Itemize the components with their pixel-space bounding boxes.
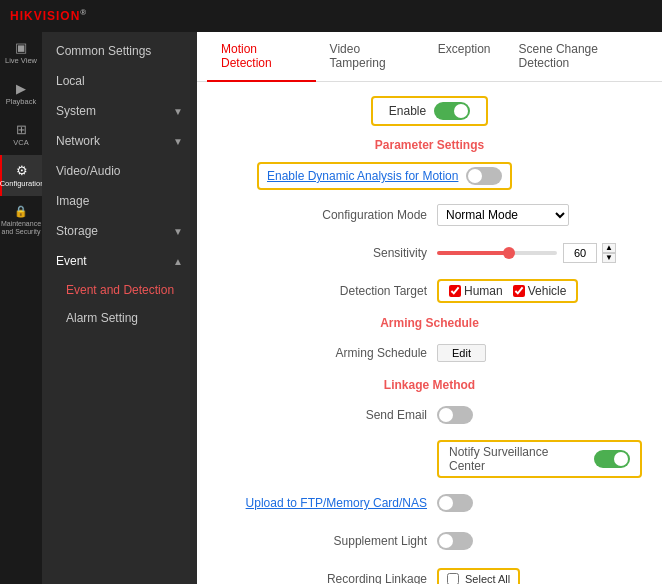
event-label: Event [56, 254, 87, 268]
nav-vca[interactable]: ⊞ VCA [0, 114, 42, 155]
human-checkbox[interactable] [449, 285, 461, 297]
upload-toggle[interactable] [437, 494, 473, 512]
nav-vca-label: VCA [13, 138, 28, 147]
system-chevron-icon: ▼ [173, 106, 183, 117]
video-audio-label: Video/Audio [56, 164, 121, 178]
config-mode-label: Configuration Mode [217, 208, 427, 222]
alarm-setting-label: Alarm Setting [66, 311, 138, 325]
recording-label: Recording Linkage [217, 572, 427, 584]
sensitivity-slider-thumb[interactable] [503, 247, 515, 259]
dynamic-analysis-box: Enable Dynamic Analysis for Motion [257, 162, 512, 190]
trademark: ® [80, 8, 87, 17]
supplement-row: Supplement Light [217, 528, 642, 554]
sensitivity-increment-btn[interactable]: ▲ [602, 243, 616, 253]
param-settings-title: Parameter Settings [217, 138, 642, 152]
sidebar-item-video-audio[interactable]: Video/Audio [42, 156, 197, 186]
sidebar-item-common-settings[interactable]: Common Settings [42, 36, 197, 66]
supplement-label: Supplement Light [217, 534, 427, 548]
send-email-toggle[interactable] [437, 406, 473, 424]
nav-maintenance-label: Maintenanceand Security [1, 220, 41, 237]
supplement-toggle[interactable] [437, 532, 473, 550]
dynamic-analysis-toggle[interactable] [466, 167, 502, 185]
local-label: Local [56, 74, 85, 88]
notify-toggle[interactable] [594, 450, 630, 468]
vehicle-label: Vehicle [528, 284, 567, 298]
notify-label: Notify Surveillance Center [449, 445, 586, 473]
sensitivity-slider-track[interactable] [437, 251, 557, 255]
configuration-icon: ⚙ [14, 163, 30, 177]
linkage-method-title: Linkage Method [217, 378, 642, 392]
exception-tab-label: Exception [438, 42, 491, 56]
sensitivity-row: Sensitivity 60 ▲ ▼ [217, 240, 642, 266]
common-settings-label: Common Settings [56, 44, 151, 58]
send-email-label: Send Email [217, 408, 427, 422]
human-label: Human [464, 284, 503, 298]
arming-schedule-title: Arming Schedule [217, 316, 642, 330]
sidebar: Common Settings Local System ▼ Network ▼… [42, 32, 197, 584]
detection-target-box: Human Vehicle [437, 279, 578, 303]
video-tampering-tab-label: Video Tampering [330, 42, 386, 70]
sensitivity-decrement-btn[interactable]: ▼ [602, 253, 616, 263]
enable-label: Enable [389, 104, 426, 118]
nav-configuration[interactable]: ⚙ Configuration [0, 155, 42, 196]
human-checkbox-item[interactable]: Human [449, 284, 503, 298]
live-view-icon: ▣ [13, 40, 29, 54]
sidebar-item-local[interactable]: Local [42, 66, 197, 96]
notify-box: Notify Surveillance Center [437, 440, 642, 478]
notify-row: Notify Surveillance Center [217, 440, 642, 478]
recording-box: Select All [437, 568, 520, 584]
icon-sidebar: ▣ Live View ▶ Playback ⊞ VCA ⚙ Configura… [0, 32, 42, 584]
nav-live-view[interactable]: ▣ Live View [0, 32, 42, 73]
sidebar-menu: Common Settings Local System ▼ Network ▼… [42, 32, 197, 336]
maintenance-icon: 🔒 [13, 204, 29, 218]
tab-exception[interactable]: Exception [424, 32, 505, 82]
nav-maintenance[interactable]: 🔒 Maintenanceand Security [0, 196, 42, 245]
storage-chevron-icon: ▼ [173, 226, 183, 237]
arming-schedule-row: Arming Schedule Edit [217, 340, 642, 366]
vehicle-checkbox-item[interactable]: Vehicle [513, 284, 567, 298]
detection-target-row: Detection Target Human Vehicle [217, 278, 642, 304]
sidebar-item-image[interactable]: Image [42, 186, 197, 216]
form-area: Enable Parameter Settings Enable Dynamic… [197, 82, 662, 584]
motion-detection-tab-label: Motion Detection [221, 42, 272, 70]
tab-bar: Motion Detection Video Tampering Excepti… [197, 32, 662, 82]
vca-icon: ⊞ [13, 122, 29, 136]
sensitivity-value-input[interactable]: 60 [563, 243, 597, 263]
recording-row: Recording Linkage Select All [217, 566, 642, 584]
sidebar-item-network[interactable]: Network ▼ [42, 126, 197, 156]
nav-playback-label: Playback [6, 97, 36, 106]
sensitivity-slider-container: 60 ▲ ▼ [437, 243, 616, 263]
content-area: Motion Detection Video Tampering Excepti… [197, 32, 662, 584]
event-chevron-icon: ▲ [173, 256, 183, 267]
edit-button[interactable]: Edit [437, 344, 486, 362]
system-label: System [56, 104, 96, 118]
image-label: Image [56, 194, 89, 208]
select-all-label: Select All [465, 573, 510, 584]
upload-label: Upload to FTP/Memory Card/NAS [217, 496, 427, 510]
logo: HIKVISION® [10, 8, 87, 23]
sidebar-item-event-detection[interactable]: Event and Detection [42, 276, 197, 304]
send-email-row: Send Email [217, 402, 642, 428]
sidebar-item-alarm-setting[interactable]: Alarm Setting [42, 304, 197, 332]
logo-text: HIKVISION [10, 10, 80, 24]
nav-live-view-label: Live View [5, 56, 37, 65]
vehicle-checkbox[interactable] [513, 285, 525, 297]
sidebar-item-storage[interactable]: Storage ▼ [42, 216, 197, 246]
network-label: Network [56, 134, 100, 148]
tab-motion-detection[interactable]: Motion Detection [207, 32, 316, 82]
tab-video-tampering[interactable]: Video Tampering [316, 32, 424, 82]
network-chevron-icon: ▼ [173, 136, 183, 147]
tab-scene-change-detection[interactable]: Scene Change Detection [505, 32, 652, 82]
sidebar-item-system[interactable]: System ▼ [42, 96, 197, 126]
sidebar-item-event[interactable]: Event ▲ [42, 246, 197, 276]
playback-icon: ▶ [13, 81, 29, 95]
nav-playback[interactable]: ▶ Playback [0, 73, 42, 114]
sensitivity-label: Sensitivity [217, 246, 427, 260]
enable-box: Enable [371, 96, 488, 126]
select-all-checkbox[interactable] [447, 573, 459, 584]
config-mode-row: Configuration Mode Normal Mode Expert Mo… [217, 202, 642, 228]
storage-label: Storage [56, 224, 98, 238]
enable-toggle[interactable] [434, 102, 470, 120]
config-mode-select[interactable]: Normal Mode Expert Mode [438, 205, 568, 225]
top-bar: HIKVISION® [0, 0, 662, 32]
